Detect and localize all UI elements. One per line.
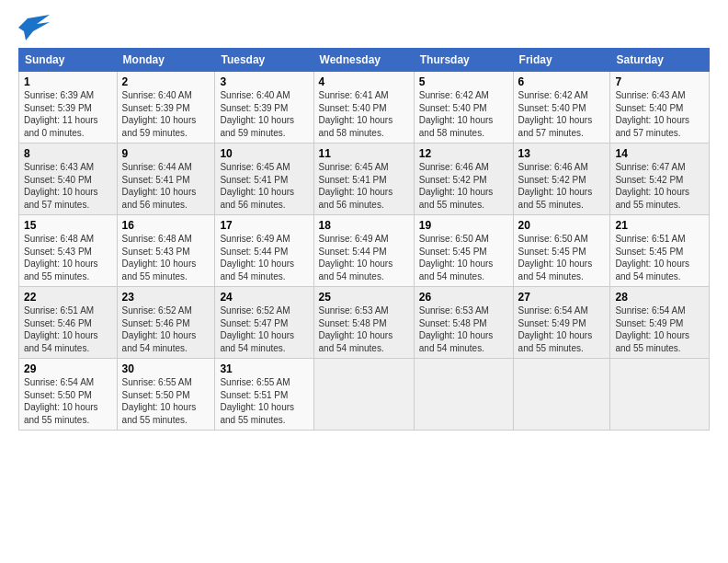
day-info: Sunrise: 6:52 AM Sunset: 5:47 PM Dayligh… [220,304,308,354]
day-info: Sunrise: 6:54 AM Sunset: 5:49 PM Dayligh… [518,304,606,354]
day-cell: 23Sunrise: 6:52 AM Sunset: 5:46 PM Dayli… [117,287,215,359]
week-row-4: 22Sunrise: 6:51 AM Sunset: 5:46 PM Dayli… [19,287,710,359]
day-info: Sunrise: 6:50 AM Sunset: 5:45 PM Dayligh… [419,233,508,282]
day-info: Sunrise: 6:43 AM Sunset: 5:40 PM Dayligh… [615,89,704,139]
header-cell-friday: Friday [513,49,610,72]
day-cell: 5Sunrise: 6:42 AM Sunset: 5:40 PM Daylig… [414,72,513,144]
day-cell: 4Sunrise: 6:41 AM Sunset: 5:40 PM Daylig… [313,72,414,144]
day-info: Sunrise: 6:46 AM Sunset: 5:42 PM Dayligh… [419,161,508,211]
day-cell: 30Sunrise: 6:55 AM Sunset: 5:50 PM Dayli… [117,359,215,431]
day-cell [414,359,513,431]
day-info: Sunrise: 6:39 AM Sunset: 5:39 PM Dayligh… [24,89,112,139]
day-number: 12 [419,147,508,160]
day-number: 18 [319,219,409,232]
day-cell: 6Sunrise: 6:42 AM Sunset: 5:40 PM Daylig… [513,72,610,144]
day-info: Sunrise: 6:42 AM Sunset: 5:40 PM Dayligh… [419,89,508,139]
day-info: Sunrise: 6:44 AM Sunset: 5:41 PM Dayligh… [122,161,210,211]
day-number: 17 [220,219,308,232]
header-cell-thursday: Thursday [414,49,513,72]
day-cell: 18Sunrise: 6:49 AM Sunset: 5:44 PM Dayli… [313,215,414,287]
day-number: 31 [220,362,308,375]
day-cell: 7Sunrise: 6:43 AM Sunset: 5:40 PM Daylig… [610,72,710,144]
day-cell: 27Sunrise: 6:54 AM Sunset: 5:49 PM Dayli… [513,287,610,359]
calendar-body: 1Sunrise: 6:39 AM Sunset: 5:39 PM Daylig… [19,72,710,431]
day-cell: 17Sunrise: 6:49 AM Sunset: 5:44 PM Dayli… [215,215,313,287]
day-number: 1 [24,75,112,88]
day-info: Sunrise: 6:53 AM Sunset: 5:48 PM Dayligh… [419,304,508,354]
day-info: Sunrise: 6:45 AM Sunset: 5:41 PM Dayligh… [319,161,409,211]
day-number: 7 [615,75,704,88]
day-number: 10 [220,147,308,160]
day-cell: 22Sunrise: 6:51 AM Sunset: 5:46 PM Dayli… [19,287,118,359]
day-number: 21 [615,219,704,232]
header [18,15,710,40]
day-number: 24 [220,291,308,304]
day-number: 26 [419,291,508,304]
day-number: 9 [122,147,210,160]
day-number: 15 [24,219,112,232]
day-cell: 29Sunrise: 6:54 AM Sunset: 5:50 PM Dayli… [19,359,118,431]
header-cell-saturday: Saturday [610,49,710,72]
day-info: Sunrise: 6:49 AM Sunset: 5:44 PM Dayligh… [220,233,308,282]
day-cell: 2Sunrise: 6:40 AM Sunset: 5:39 PM Daylig… [117,72,215,144]
day-cell: 1Sunrise: 6:39 AM Sunset: 5:39 PM Daylig… [19,72,118,144]
day-info: Sunrise: 6:48 AM Sunset: 5:43 PM Dayligh… [122,233,210,282]
day-info: Sunrise: 6:40 AM Sunset: 5:39 PM Dayligh… [220,89,308,139]
day-info: Sunrise: 6:55 AM Sunset: 5:51 PM Dayligh… [220,376,308,426]
day-info: Sunrise: 6:53 AM Sunset: 5:48 PM Dayligh… [319,304,409,354]
day-number: 19 [419,219,508,232]
day-cell: 28Sunrise: 6:54 AM Sunset: 5:49 PM Dayli… [610,287,710,359]
day-number: 28 [615,291,704,304]
day-info: Sunrise: 6:43 AM Sunset: 5:40 PM Dayligh… [24,161,112,211]
day-info: Sunrise: 6:40 AM Sunset: 5:39 PM Dayligh… [122,89,210,139]
day-number: 29 [24,362,112,375]
day-number: 4 [319,75,409,88]
day-cell: 25Sunrise: 6:53 AM Sunset: 5:48 PM Dayli… [313,287,414,359]
day-number: 3 [220,75,308,88]
day-number: 20 [518,219,606,232]
day-number: 6 [518,75,606,88]
day-cell: 19Sunrise: 6:50 AM Sunset: 5:45 PM Dayli… [414,215,513,287]
day-info: Sunrise: 6:42 AM Sunset: 5:40 PM Dayligh… [518,89,606,139]
day-cell: 11Sunrise: 6:45 AM Sunset: 5:41 PM Dayli… [313,144,414,215]
day-number: 23 [122,291,210,304]
day-cell: 10Sunrise: 6:45 AM Sunset: 5:41 PM Dayli… [215,144,313,215]
day-info: Sunrise: 6:46 AM Sunset: 5:42 PM Dayligh… [518,161,606,211]
day-cell: 9Sunrise: 6:44 AM Sunset: 5:41 PM Daylig… [117,144,215,215]
header-row: SundayMondayTuesdayWednesdayThursdayFrid… [19,49,710,72]
calendar-header: SundayMondayTuesdayWednesdayThursdayFrid… [19,49,710,72]
week-row-3: 15Sunrise: 6:48 AM Sunset: 5:43 PM Dayli… [19,215,710,287]
day-info: Sunrise: 6:54 AM Sunset: 5:49 PM Dayligh… [615,304,704,354]
svg-marker-0 [18,15,50,40]
day-info: Sunrise: 6:50 AM Sunset: 5:45 PM Dayligh… [518,233,606,282]
day-number: 11 [319,147,409,160]
day-cell: 16Sunrise: 6:48 AM Sunset: 5:43 PM Dayli… [117,215,215,287]
day-info: Sunrise: 6:51 AM Sunset: 5:45 PM Dayligh… [615,233,704,282]
main-container: SundayMondayTuesdayWednesdayThursdayFrid… [0,0,728,440]
day-cell: 13Sunrise: 6:46 AM Sunset: 5:42 PM Dayli… [513,144,610,215]
day-number: 5 [419,75,508,88]
day-number: 13 [518,147,606,160]
day-number: 2 [122,75,210,88]
day-cell [610,359,710,431]
header-cell-wednesday: Wednesday [313,49,414,72]
day-cell: 24Sunrise: 6:52 AM Sunset: 5:47 PM Dayli… [215,287,313,359]
day-number: 30 [122,362,210,375]
day-info: Sunrise: 6:55 AM Sunset: 5:50 PM Dayligh… [122,376,210,426]
week-row-5: 29Sunrise: 6:54 AM Sunset: 5:50 PM Dayli… [19,359,710,431]
day-info: Sunrise: 6:52 AM Sunset: 5:46 PM Dayligh… [122,304,210,354]
day-info: Sunrise: 6:47 AM Sunset: 5:42 PM Dayligh… [615,161,704,211]
day-cell [513,359,610,431]
calendar-table: SundayMondayTuesdayWednesdayThursdayFrid… [18,48,710,431]
day-cell: 21Sunrise: 6:51 AM Sunset: 5:45 PM Dayli… [610,215,710,287]
header-cell-tuesday: Tuesday [215,49,313,72]
day-cell: 3Sunrise: 6:40 AM Sunset: 5:39 PM Daylig… [215,72,313,144]
day-info: Sunrise: 6:51 AM Sunset: 5:46 PM Dayligh… [24,304,112,354]
day-cell: 8Sunrise: 6:43 AM Sunset: 5:40 PM Daylig… [19,144,118,215]
day-number: 16 [122,219,210,232]
week-row-2: 8Sunrise: 6:43 AM Sunset: 5:40 PM Daylig… [19,144,710,215]
day-info: Sunrise: 6:54 AM Sunset: 5:50 PM Dayligh… [24,376,112,426]
day-number: 14 [615,147,704,160]
header-cell-sunday: Sunday [19,49,118,72]
day-info: Sunrise: 6:41 AM Sunset: 5:40 PM Dayligh… [319,89,409,139]
